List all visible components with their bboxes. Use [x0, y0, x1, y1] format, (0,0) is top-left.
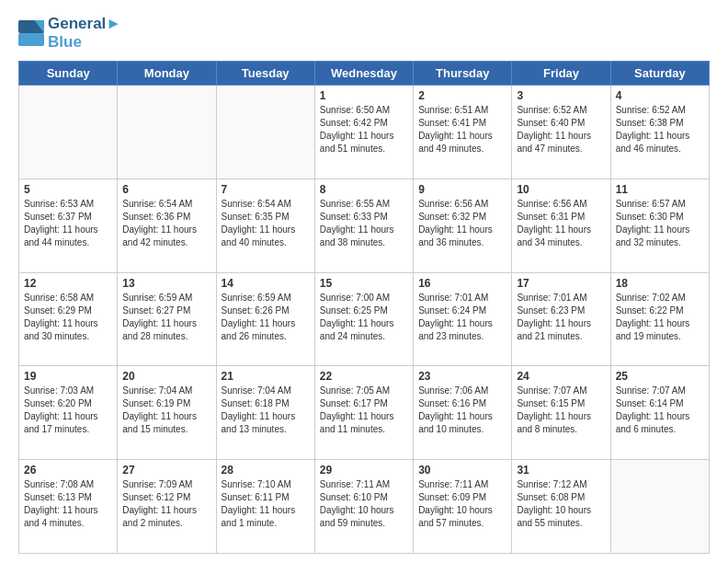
day-number: 23 — [418, 370, 506, 383]
day-number: 4 — [616, 89, 704, 102]
day-info: Sunrise: 6:59 AM Sunset: 6:26 PM Dayligh… — [222, 292, 310, 343]
day-info: Sunrise: 7:04 AM Sunset: 6:19 PM Dayligh… — [122, 385, 210, 436]
day-info: Sunrise: 6:52 AM Sunset: 6:40 PM Dayligh… — [517, 104, 605, 155]
calendar-cell: 23Sunrise: 7:06 AM Sunset: 6:16 PM Dayli… — [414, 366, 512, 460]
logo-text: General► Blue — [48, 15, 121, 52]
day-number: 14 — [222, 277, 310, 290]
calendar-cell: 22Sunrise: 7:05 AM Sunset: 6:17 PM Dayli… — [314, 366, 413, 460]
calendar-cell: 19Sunrise: 7:03 AM Sunset: 6:20 PM Dayli… — [19, 366, 118, 460]
day-info: Sunrise: 7:06 AM Sunset: 6:16 PM Dayligh… — [418, 385, 506, 436]
week-row-5: 26Sunrise: 7:08 AM Sunset: 6:13 PM Dayli… — [19, 460, 710, 554]
day-info: Sunrise: 7:09 AM Sunset: 6:12 PM Dayligh… — [122, 478, 210, 530]
day-info: Sunrise: 7:12 AM Sunset: 6:08 PM Dayligh… — [517, 478, 605, 530]
day-info: Sunrise: 7:00 AM Sunset: 6:25 PM Dayligh… — [320, 292, 408, 343]
calendar-cell: 29Sunrise: 7:11 AM Sunset: 6:10 PM Dayli… — [314, 460, 413, 554]
calendar-cell: 30Sunrise: 7:11 AM Sunset: 6:09 PM Dayli… — [414, 460, 512, 554]
day-number: 25 — [616, 370, 704, 383]
week-row-1: 1Sunrise: 6:50 AM Sunset: 6:42 PM Daylig… — [19, 86, 710, 179]
weekday-header-wednesday: Wednesday — [314, 62, 413, 86]
day-info: Sunrise: 6:54 AM Sunset: 6:36 PM Dayligh… — [122, 198, 210, 249]
day-info: Sunrise: 7:08 AM Sunset: 6:13 PM Dayligh… — [24, 478, 112, 530]
calendar-cell: 20Sunrise: 7:04 AM Sunset: 6:19 PM Dayli… — [118, 366, 216, 460]
calendar-cell: 13Sunrise: 6:59 AM Sunset: 6:27 PM Dayli… — [118, 272, 216, 366]
calendar-cell: 6Sunrise: 6:54 AM Sunset: 6:36 PM Daylig… — [118, 178, 216, 272]
calendar-cell: 10Sunrise: 6:56 AM Sunset: 6:31 PM Dayli… — [512, 178, 610, 272]
day-number: 24 — [517, 370, 605, 383]
calendar-cell: 16Sunrise: 7:01 AM Sunset: 6:24 PM Dayli… — [414, 272, 512, 366]
day-info: Sunrise: 7:11 AM Sunset: 6:09 PM Dayligh… — [418, 478, 506, 530]
day-number: 27 — [122, 464, 210, 477]
calendar-cell — [118, 86, 216, 179]
day-number: 11 — [616, 183, 704, 196]
day-number: 16 — [418, 277, 506, 290]
day-info: Sunrise: 7:11 AM Sunset: 6:10 PM Dayligh… — [320, 478, 408, 530]
day-info: Sunrise: 7:10 AM Sunset: 6:11 PM Dayligh… — [222, 478, 310, 530]
calendar-cell: 7Sunrise: 6:54 AM Sunset: 6:35 PM Daylig… — [216, 178, 314, 272]
day-number: 15 — [320, 277, 408, 290]
week-row-3: 12Sunrise: 6:58 AM Sunset: 6:29 PM Dayli… — [19, 272, 710, 366]
weekday-header-saturday: Saturday — [610, 62, 709, 86]
day-info: Sunrise: 7:02 AM Sunset: 6:22 PM Dayligh… — [616, 292, 704, 343]
svg-rect-1 — [18, 33, 44, 46]
weekday-header-friday: Friday — [512, 62, 610, 86]
day-number: 30 — [418, 464, 506, 477]
day-number: 3 — [517, 89, 605, 102]
calendar-cell: 18Sunrise: 7:02 AM Sunset: 6:22 PM Dayli… — [610, 272, 709, 366]
day-info: Sunrise: 7:03 AM Sunset: 6:20 PM Dayligh… — [24, 385, 112, 436]
calendar-cell: 8Sunrise: 6:55 AM Sunset: 6:33 PM Daylig… — [314, 178, 413, 272]
day-number: 21 — [222, 370, 310, 383]
calendar-cell: 24Sunrise: 7:07 AM Sunset: 6:15 PM Dayli… — [512, 366, 610, 460]
calendar-cell: 11Sunrise: 6:57 AM Sunset: 6:30 PM Dayli… — [610, 178, 709, 272]
day-number: 31 — [517, 464, 605, 477]
calendar-cell: 2Sunrise: 6:51 AM Sunset: 6:41 PM Daylig… — [414, 86, 512, 179]
day-number: 5 — [24, 183, 112, 196]
calendar-cell: 3Sunrise: 6:52 AM Sunset: 6:40 PM Daylig… — [512, 86, 610, 179]
day-number: 1 — [320, 89, 408, 102]
calendar-cell: 28Sunrise: 7:10 AM Sunset: 6:11 PM Dayli… — [216, 460, 314, 554]
day-info: Sunrise: 7:01 AM Sunset: 6:24 PM Dayligh… — [418, 292, 506, 343]
calendar-cell: 27Sunrise: 7:09 AM Sunset: 6:12 PM Dayli… — [118, 460, 216, 554]
calendar-cell: 14Sunrise: 6:59 AM Sunset: 6:26 PM Dayli… — [216, 272, 314, 366]
calendar-cell — [19, 86, 118, 179]
week-row-4: 19Sunrise: 7:03 AM Sunset: 6:20 PM Dayli… — [19, 366, 710, 460]
day-number: 22 — [320, 370, 408, 383]
weekday-header-thursday: Thursday — [414, 62, 512, 86]
calendar-cell: 4Sunrise: 6:52 AM Sunset: 6:38 PM Daylig… — [610, 86, 709, 179]
calendar-cell: 31Sunrise: 7:12 AM Sunset: 6:08 PM Dayli… — [512, 460, 610, 554]
day-number: 10 — [517, 183, 605, 196]
day-number: 20 — [122, 370, 210, 383]
day-number: 26 — [24, 464, 112, 477]
day-number: 18 — [616, 277, 704, 290]
day-info: Sunrise: 6:56 AM Sunset: 6:32 PM Dayligh… — [418, 198, 506, 249]
day-number: 9 — [418, 183, 506, 196]
calendar-cell — [216, 86, 314, 179]
day-number: 12 — [24, 277, 112, 290]
weekday-header-sunday: Sunday — [19, 62, 118, 86]
calendar-cell: 25Sunrise: 7:07 AM Sunset: 6:14 PM Dayli… — [610, 366, 709, 460]
day-info: Sunrise: 6:59 AM Sunset: 6:27 PM Dayligh… — [122, 292, 210, 343]
calendar-cell — [610, 460, 709, 554]
calendar-cell: 15Sunrise: 7:00 AM Sunset: 6:25 PM Dayli… — [314, 272, 413, 366]
calendar-cell: 21Sunrise: 7:04 AM Sunset: 6:18 PM Dayli… — [216, 366, 314, 460]
day-info: Sunrise: 6:57 AM Sunset: 6:30 PM Dayligh… — [616, 198, 704, 249]
day-info: Sunrise: 6:55 AM Sunset: 6:33 PM Dayligh… — [320, 198, 408, 249]
day-info: Sunrise: 6:56 AM Sunset: 6:31 PM Dayligh… — [517, 198, 605, 249]
day-number: 17 — [517, 277, 605, 290]
weekday-header-tuesday: Tuesday — [216, 62, 314, 86]
calendar-cell: 9Sunrise: 6:56 AM Sunset: 6:32 PM Daylig… — [414, 178, 512, 272]
day-number: 29 — [320, 464, 408, 477]
day-number: 6 — [122, 183, 210, 196]
day-number: 28 — [222, 464, 310, 477]
weekday-header-monday: Monday — [118, 62, 216, 86]
day-info: Sunrise: 7:04 AM Sunset: 6:18 PM Dayligh… — [222, 385, 310, 436]
day-number: 7 — [222, 183, 310, 196]
day-info: Sunrise: 7:07 AM Sunset: 6:15 PM Dayligh… — [517, 385, 605, 436]
day-info: Sunrise: 6:53 AM Sunset: 6:37 PM Dayligh… — [24, 198, 112, 249]
day-info: Sunrise: 6:50 AM Sunset: 6:42 PM Dayligh… — [320, 104, 408, 155]
day-number: 2 — [418, 89, 506, 102]
header: General► Blue — [18, 15, 710, 52]
calendar-cell: 5Sunrise: 6:53 AM Sunset: 6:37 PM Daylig… — [19, 178, 118, 272]
day-number: 8 — [320, 183, 408, 196]
calendar-cell: 17Sunrise: 7:01 AM Sunset: 6:23 PM Dayli… — [512, 272, 610, 366]
day-info: Sunrise: 6:58 AM Sunset: 6:29 PM Dayligh… — [24, 292, 112, 343]
